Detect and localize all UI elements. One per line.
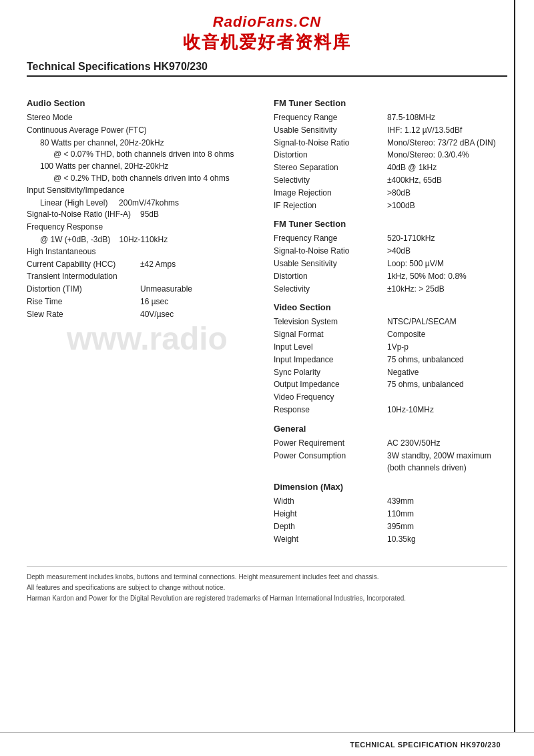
spec-value: NTSC/PAL/SECAM bbox=[387, 316, 507, 328]
spec-value: 95dB bbox=[140, 209, 254, 220]
spec-row: Signal-to-Noise Ratio (IHF-A) 95dB bbox=[27, 209, 254, 220]
spec-value: Unmeasurable bbox=[140, 284, 254, 295]
spec-row: Signal-to-Noise Ratio >40dB bbox=[274, 246, 507, 257]
am-tuner-section-header: FM Tuner Section bbox=[274, 219, 507, 229]
spec-value: Mono/Stereo: 73/72 dBA (DIN) bbox=[387, 137, 507, 149]
spec-label: Usable Sensitivity bbox=[274, 125, 387, 136]
site-title-en: RadioFans.CN bbox=[27, 13, 507, 31]
spec-row: Selectivity ±10kHz: > 25dB bbox=[274, 284, 507, 295]
spec-label: Stereo Mode bbox=[27, 112, 140, 123]
spec-row: Usable Sensitivity Loop: 500 µV/M bbox=[274, 258, 507, 270]
spec-row: Stereo Mode bbox=[27, 112, 254, 123]
spec-row: Distortion (TIM) Unmeasurable bbox=[27, 284, 254, 295]
spec-indent: 80 Watts per channel, 20Hz-20kHz bbox=[27, 137, 254, 149]
main-content: Audio Section Stereo Mode Continuous Ave… bbox=[27, 89, 507, 546]
footer-note-1: Depth measurement includes knobs, button… bbox=[27, 572, 507, 583]
spec-label: Signal-to-Noise Ratio bbox=[274, 137, 387, 149]
spec-label: Input Impedance bbox=[274, 354, 387, 366]
spec-row: Distortion 1kHz, 50% Mod: 0.8% bbox=[274, 271, 507, 282]
spec-row: Power Requirement AC 230V/50Hz bbox=[274, 438, 507, 449]
spec-label: Image Rejection bbox=[274, 187, 387, 199]
spec-value: 1kHz, 50% Mod: 0.8% bbox=[387, 271, 507, 282]
spec-value: ±42 Amps bbox=[140, 259, 254, 270]
spec-row: Transient Intermodulation bbox=[27, 271, 254, 282]
slew-rate-value: 40V/µsec bbox=[140, 309, 254, 320]
spec-row: Usable Sensitivity IHF: 1.12 µV/13.5dBf bbox=[274, 125, 507, 136]
spec-value: 75 ohms, unbalanced bbox=[387, 354, 507, 366]
spec-row: Frequency Range 520-1710kHz bbox=[274, 233, 507, 244]
spec-value: Composite bbox=[387, 329, 507, 340]
spec-value: 520-1710kHz bbox=[387, 233, 507, 244]
spec-value: >40dB bbox=[387, 246, 507, 257]
spec-label: Response bbox=[274, 404, 387, 416]
footer-note-2: All features and specifications are subj… bbox=[27, 583, 507, 593]
slew-rate-row: Slew Rate 40V/µsec bbox=[27, 309, 254, 320]
spec-label: Height bbox=[274, 508, 387, 520]
spec-value: (both channels driven) bbox=[387, 462, 507, 474]
sync-polarity-value: Negative bbox=[387, 367, 507, 378]
spec-label: Stereo Separation bbox=[274, 162, 387, 173]
spec-label: Frequency Range bbox=[274, 233, 387, 244]
spec-value: Loop: 500 µV/M bbox=[387, 258, 507, 270]
spec-label: Signal-to-Noise Ratio (IHF-A) bbox=[27, 209, 140, 220]
spec-row: Signal-to-Noise Ratio Mono/Stereo: 73/72… bbox=[274, 137, 507, 149]
spec-row: Depth 395mm bbox=[274, 521, 507, 532]
spec-label: Width bbox=[274, 496, 387, 507]
spec-label: Weight bbox=[274, 534, 387, 545]
spec-label: Distortion (TIM) bbox=[27, 284, 140, 295]
spec-row: Weight 10.35kg bbox=[274, 534, 507, 545]
spec-value: >100dB bbox=[387, 200, 507, 212]
spec-label: Current Capability (HCC) bbox=[27, 259, 140, 270]
spec-value: 87.5-108MHz bbox=[387, 112, 507, 123]
spec-label: Power Requirement bbox=[274, 438, 387, 449]
spec-row: Current Capability (HCC) ±42 Amps bbox=[27, 259, 254, 270]
spec-label: Signal-to-Noise Ratio bbox=[274, 246, 387, 257]
spec-value: 75 ohms, unbalanced bbox=[387, 379, 507, 390]
bottom-bar: TECHNICAL SPECIFICATION HK970/230 bbox=[0, 732, 534, 756]
spec-value: ±400kHz, 65dB bbox=[387, 175, 507, 186]
spec-row: Image Rejection >80dB bbox=[274, 187, 507, 199]
spec-label: Rise Time bbox=[27, 296, 140, 308]
spec-label: Input Level bbox=[274, 342, 387, 353]
spec-value bbox=[140, 222, 254, 233]
slew-rate-label: Slew Rate bbox=[27, 309, 140, 320]
spec-label: Distortion bbox=[274, 149, 387, 161]
spec-label: Signal Format bbox=[274, 329, 387, 340]
dimension-section-header: Dimension (Max) bbox=[274, 482, 507, 492]
video-section-header: Video Section bbox=[274, 302, 507, 312]
spec-value bbox=[147, 125, 254, 136]
spec-row: Stereo Separation 40dB @ 1kHz bbox=[274, 162, 507, 173]
spec-label: Video Frequency bbox=[274, 392, 387, 403]
bottom-bar-text: TECHNICAL SPECIFICATION HK970/230 bbox=[350, 741, 501, 749]
spec-value: 40dB @ 1kHz bbox=[387, 162, 507, 173]
spec-value bbox=[140, 246, 254, 258]
spec-row: Rise Time 16 µsec bbox=[27, 296, 254, 308]
spec-row: Frequency Range 87.5-108MHz bbox=[274, 112, 507, 123]
spec-row: IF Rejection >100dB bbox=[274, 200, 507, 212]
spec-row: Input Impedance 75 ohms, unbalanced bbox=[274, 354, 507, 366]
spec-value bbox=[140, 185, 254, 196]
page-header: RadioFans.CN 收音机爱好者资料库 bbox=[27, 13, 507, 54]
spec-indent: 100 Watts per channel, 20Hz-20kHz bbox=[27, 161, 254, 172]
spec-label: IF Rejection bbox=[274, 200, 387, 212]
spec-label: Distortion bbox=[274, 271, 387, 282]
spec-label: Depth bbox=[274, 521, 387, 532]
spec-value: 16 µsec bbox=[140, 296, 254, 308]
footer-notes: Depth measurement includes knobs, button… bbox=[27, 566, 507, 604]
spec-row: Response 10Hz-10MHz bbox=[274, 404, 507, 416]
spec-row: Output Impedance 75 ohms, unbalanced bbox=[274, 379, 507, 390]
spec-row: Frequency Response bbox=[27, 222, 254, 233]
spec-label: Frequency Response bbox=[27, 222, 140, 233]
spec-label: Selectivity bbox=[274, 175, 387, 186]
spec-value: 10Hz-10MHz bbox=[387, 404, 507, 416]
spec-label: Output Impedance bbox=[274, 379, 387, 390]
spec-indent2: @ < 0.2% THD, both channels driven into … bbox=[27, 173, 254, 184]
spec-label: Frequency Range bbox=[274, 112, 387, 123]
footer-note-3: Harman Kardon and Power for the Digital … bbox=[27, 593, 507, 604]
spec-value: ±10kHz: > 25dB bbox=[387, 284, 507, 295]
spec-row: Continuous Average Power (FTC) bbox=[27, 125, 254, 136]
spec-value: 395mm bbox=[387, 521, 507, 532]
spec-label: Continuous Average Power (FTC) bbox=[27, 125, 147, 136]
spec-row: High Instantaneous bbox=[27, 246, 254, 258]
spec-value: 1Vp-p bbox=[387, 342, 507, 353]
